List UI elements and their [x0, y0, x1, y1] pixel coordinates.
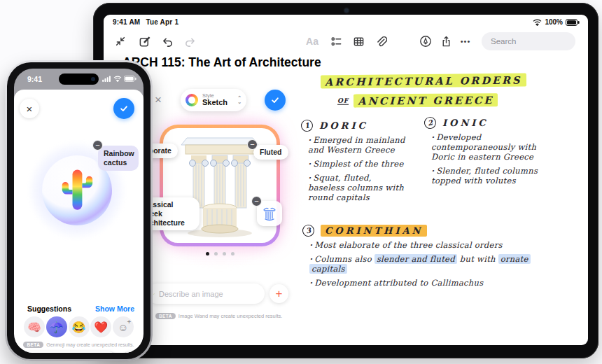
page-dot[interactable]: [223, 252, 226, 255]
plus-icon: +: [276, 287, 283, 301]
section-name: IONIC: [442, 118, 489, 128]
suggestion-emoji[interactable]: ❤️: [90, 316, 111, 337]
minus-icon: −: [250, 140, 254, 148]
compose-icon[interactable]: [136, 33, 153, 50]
checkmark-icon: [119, 104, 129, 113]
add-emoji-button[interactable]: ☺+: [113, 316, 134, 337]
note-bullet: ·Development attributed to Callimachus: [309, 278, 544, 288]
disclaimer-text: Image Wand may create unexpected results…: [178, 313, 283, 319]
style-picker[interactable]: Style Sketch ⌃⌄: [181, 89, 246, 111]
genmoji-confirm-button[interactable]: [113, 98, 134, 119]
close-icon: ×: [155, 93, 162, 106]
note-section-heading: 3CORINTHIAN: [302, 225, 544, 237]
describe-image-input[interactable]: [159, 290, 258, 298]
suggestion-emoji[interactable]: 😂: [69, 316, 90, 337]
image-pagination-dots[interactable]: [160, 252, 280, 255]
battery-percent: 100%: [545, 18, 563, 26]
wifi-icon: [533, 19, 542, 26]
note-title: ARCH 115: The Art of Architecture: [122, 55, 321, 70]
rainbow-cactus-emoji: [57, 164, 97, 216]
tag-fluted[interactable]: Fluted: [253, 145, 288, 160]
suggestion-row: 🧠☂️😂❤️☺+: [14, 316, 144, 337]
page-dot-active[interactable]: [206, 252, 209, 255]
ipad-clock: 9:41 AM: [113, 18, 140, 26]
sketch-reference-thumbnail[interactable]: [257, 201, 282, 226]
minus-icon: −: [254, 197, 258, 205]
remove-genmoji-tag-button[interactable]: −: [92, 140, 103, 150]
notes-section-ionic: 2IONIC·Developed contemporaneously with …: [424, 117, 549, 190]
more-options-icon[interactable]: •••: [457, 33, 474, 50]
section-number-circle: 1: [300, 119, 314, 133]
beta-badge: BETA: [23, 342, 43, 348]
iphone-front-camera: [91, 77, 95, 81]
attachment-icon[interactable]: [372, 33, 389, 50]
note-section-heading: 2IONIC: [424, 117, 549, 129]
genmoji-close-button[interactable]: ×: [20, 99, 39, 118]
image-wand-pencil-icon: [153, 289, 155, 299]
section-number-circle: 2: [424, 116, 438, 130]
ellipsis-glyph: •••: [461, 37, 471, 46]
iphone-clock: 9:41: [27, 75, 42, 83]
cellular-icon: [102, 76, 111, 82]
image-wand-close-button[interactable]: ×: [151, 93, 165, 107]
style-swirl-icon: [186, 94, 198, 106]
add-image-button[interactable]: +: [270, 284, 288, 303]
ipad-status-bar: 9:41 AMTue Apr 1: [113, 18, 184, 26]
search-input[interactable]: [491, 37, 588, 46]
redo-icon[interactable]: [181, 33, 198, 50]
remove-sketch-tag-button[interactable]: −: [251, 196, 262, 206]
disclaimer-text: Genmoji may create unexpected results.: [46, 342, 134, 347]
ipad-date: Tue Apr 1: [146, 18, 178, 26]
marketing-composite: 9:41 AMTue Apr 1 100% Aa: [0, 0, 602, 364]
image-wand-disclaimer: BETA Image Wand may create unexpected re…: [155, 313, 282, 319]
image-wand-confirm-button[interactable]: [265, 90, 286, 111]
share-icon[interactable]: [438, 33, 454, 50]
section-name: CORINTHIAN: [321, 225, 427, 237]
note-bullet: ·Emerged in mainland and Western Greece: [308, 135, 407, 155]
iphone-screen: 9:41 ×: [14, 69, 144, 353]
minus-icon: −: [95, 141, 99, 149]
note-section-heading: 1DORIC: [301, 120, 407, 132]
dynamic-island: [59, 74, 99, 85]
page-dot[interactable]: [214, 252, 218, 255]
style-value: Sketch: [202, 99, 233, 107]
suggestion-emoji[interactable]: ☂️: [46, 316, 67, 337]
describe-genmoji-field[interactable]: [21, 351, 118, 353]
page-dot[interactable]: [231, 252, 234, 255]
section-name: DORIC: [319, 120, 368, 131]
battery-icon: [124, 76, 136, 82]
column-sketch-icon: [261, 205, 278, 222]
suggestions-label: Suggestions: [27, 304, 71, 313]
notes-heading-line2: OFANCIENT GREECE: [337, 94, 498, 107]
chevron-up-down-icon: ⌃⌄: [237, 96, 241, 104]
notes-heading-line1: ARCHITECTURAL ORDERS: [321, 74, 526, 88]
text-format-label: Aa: [306, 36, 318, 47]
show-more-link[interactable]: Show More: [95, 304, 134, 313]
note-bullet: ·Simplest of the three: [308, 159, 407, 169]
text-format-button[interactable]: Aa: [304, 33, 321, 50]
close-icon: ×: [27, 103, 33, 115]
genmoji-tag-rainbow-cactus[interactable]: Rainbow cactus: [98, 146, 139, 171]
wifi-icon: [113, 76, 122, 82]
markup-pencil-icon[interactable]: [417, 33, 434, 50]
checkmark-icon: [270, 95, 280, 105]
checklist-icon[interactable]: [328, 33, 344, 50]
undo-icon[interactable]: [159, 33, 176, 50]
note-bullet: ·Most elaborate of the three classical o…: [309, 240, 544, 250]
search-field[interactable]: [482, 32, 575, 50]
notes-section-doric: 1DORIC·Emerged in mainland and Western G…: [301, 120, 407, 206]
table-icon[interactable]: [350, 33, 367, 50]
remove-tag-fluted-button[interactable]: −: [247, 139, 258, 150]
collapse-icon[interactable]: [112, 33, 129, 50]
iphone-status-icons: [102, 76, 136, 82]
section-number-circle: 3: [302, 224, 316, 238]
note-bullet: ·Squat, fluted, baseless columns with ro…: [308, 173, 407, 202]
genmoji-disclaimer: BETA Genmoji may create unexpected resul…: [14, 342, 144, 348]
describe-image-field[interactable]: [147, 284, 265, 304]
ipad-screen: 9:41 AMTue Apr 1 100% Aa: [104, 15, 588, 345]
note-bullet: ·Columns also slender and fluted but wit…: [309, 254, 544, 274]
notes-section-corinthian: 3CORINTHIAN·Most elaborate of the three …: [302, 225, 544, 292]
note-bullet: ·Developed contemporaneously with Doric …: [431, 132, 549, 162]
genmoji-sheet: ×: [14, 90, 144, 353]
suggestion-emoji[interactable]: 🧠: [24, 316, 45, 337]
